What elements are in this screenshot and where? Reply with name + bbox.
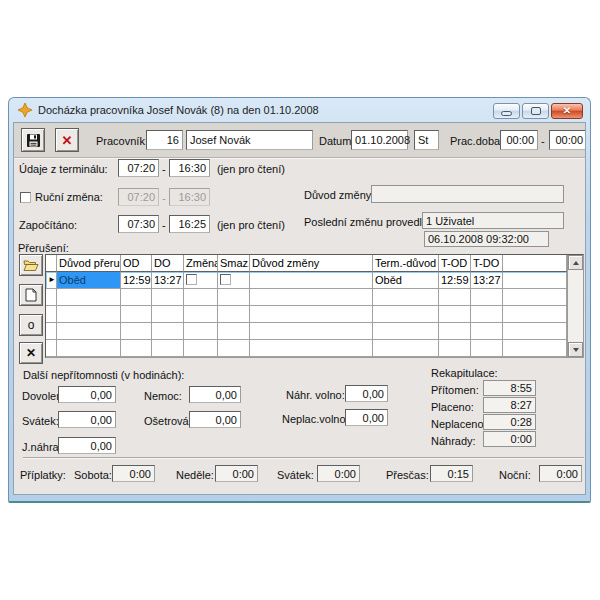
maximize-icon — [531, 107, 541, 115]
scroll-down-button[interactable] — [568, 342, 583, 357]
manual-change-label: Ruční změna: — [35, 191, 103, 203]
interruptions-table[interactable]: Důvod přeruše OD DO Změna Smaz. Důvod zm… — [45, 254, 584, 358]
sobota-field: 0:00 — [112, 465, 155, 482]
minimize-icon — [501, 111, 512, 116]
worktime-dash: - — [541, 135, 545, 147]
title-bar[interactable]: Docházka pracovníka Josef Novák (8) na d… — [9, 98, 590, 122]
date-field[interactable]: 01.10.2008 — [351, 130, 408, 150]
absences-title: Další nepřítomnosti (v hodinách): — [23, 369, 184, 381]
window-title: Docházka pracovníka Josef Novák (8) na d… — [38, 104, 319, 116]
cell-smaz[interactable] — [218, 272, 250, 289]
smaz-checkbox[interactable] — [220, 274, 231, 285]
header-od: OD — [121, 255, 152, 272]
nahr-volno-label: Náhr. volno: — [286, 389, 345, 401]
osetrovani-field[interactable]: 0,00 — [189, 411, 241, 428]
table-row-empty[interactable] — [46, 340, 567, 357]
worktime-from-field[interactable]: 00:00 — [500, 130, 538, 150]
cell-zmena[interactable] — [184, 272, 218, 289]
table-scrollbar[interactable] — [567, 255, 583, 357]
new-document-icon — [25, 288, 37, 302]
manual-to-field[interactable]: 16:30 — [169, 188, 210, 206]
cell-reason[interactable]: Oběd — [57, 272, 121, 289]
worker-label: Pracovník: — [96, 135, 148, 147]
new-record-button[interactable] — [19, 284, 43, 306]
nedele-label: Neděle: — [176, 469, 214, 481]
cell-t-do[interactable]: 13:27 — [471, 272, 503, 289]
header-do: DO — [152, 255, 184, 272]
header-extra — [503, 255, 567, 272]
scroll-up-icon — [573, 261, 579, 265]
terminal-readonly-note: (jen pro čtení) — [217, 163, 285, 175]
o-button[interactable]: o — [19, 314, 43, 336]
terminal-from-field[interactable]: 07:20 — [118, 159, 159, 177]
nahr-volno-field[interactable]: 0,00 — [345, 385, 388, 402]
cell-od[interactable]: 12:59 — [121, 272, 152, 289]
lastchange-user-field: 1 Uživatel — [422, 212, 564, 229]
prescas-label: Přesčas: — [386, 469, 429, 481]
recap-title: Rekapitulace: — [431, 367, 498, 379]
counted-readonly-note: (jen pro čtení) — [217, 219, 285, 231]
table-row[interactable]: ► Oběd 12:59 13:27 Oběd 12:59 13:27 — [46, 272, 567, 289]
lastchange-label: Poslední změnu provedl: — [304, 216, 425, 228]
manual-change-checkbox[interactable] — [20, 192, 31, 203]
neplaceno-field: 0:28 — [483, 414, 536, 430]
cell-duvod-zmeny[interactable] — [250, 272, 373, 289]
sobota-label: Sobota: — [74, 469, 112, 481]
weekday-field[interactable]: St — [414, 130, 439, 150]
nahrady-label: Náhrady: — [431, 435, 476, 447]
date-label: Datum: — [319, 135, 354, 147]
worktime-to-field[interactable]: 00:00 — [549, 130, 586, 150]
cell-t-od[interactable]: 12:59 — [439, 272, 471, 289]
nemoc-field[interactable]: 0,00 — [189, 386, 241, 403]
prescas-field: 0:15 — [430, 465, 473, 482]
worker-id-field[interactable]: 16 — [146, 130, 183, 150]
header-marker-column — [46, 255, 57, 272]
row-marker-icon: ► — [46, 272, 57, 289]
table-row-empty[interactable] — [46, 289, 567, 306]
open-folder-icon — [23, 259, 39, 272]
dialog-client-area: ✕ Pracovník: 16 Josef Novák Datum: 01.10… — [13, 122, 586, 495]
change-reason-field[interactable] — [371, 185, 564, 203]
app-icon — [18, 103, 32, 117]
interruptions-label: Přerušení: — [18, 242, 69, 254]
worktime-label: Prac.doba: — [450, 135, 503, 147]
counted-to-field[interactable]: 16:25 — [169, 215, 210, 233]
close-button[interactable]: ✕ — [551, 103, 583, 119]
change-reason-label: Důvod změny: — [304, 189, 374, 201]
pritomen-field: 8:55 — [483, 380, 536, 396]
table-row-empty[interactable] — [46, 323, 567, 340]
dovolena-field[interactable]: 0,00 — [58, 386, 116, 403]
save-button[interactable] — [21, 128, 45, 152]
neplac-volno-field[interactable]: 0,00 — [345, 409, 388, 426]
scroll-up-button[interactable] — [568, 255, 583, 270]
delete-record-button[interactable]: ✕ — [19, 342, 43, 364]
svatek-field[interactable]: 0,00 — [58, 411, 116, 428]
header-duvod-zmeny: Důvod změny — [250, 255, 373, 272]
table-row-empty[interactable] — [46, 357, 567, 358]
cell-term-duvod[interactable]: Oběd — [373, 272, 439, 289]
o-button-label: o — [28, 318, 35, 332]
neplac-volno-label: Neplac.volno: — [282, 413, 349, 425]
svatek-label: Svátek: — [22, 415, 59, 427]
close-icon: ✕ — [563, 104, 571, 118]
nocni-label: Noční: — [499, 469, 531, 481]
counted-label: Započítáno: — [19, 219, 77, 231]
terminal-to-field[interactable]: 16:30 — [169, 159, 210, 177]
header-term-duvod: Term.-důvod — [373, 255, 439, 272]
cell-extra[interactable] — [503, 272, 567, 289]
cell-do[interactable]: 13:27 — [152, 272, 184, 289]
manual-from-field[interactable]: 07:20 — [118, 188, 159, 206]
header-zmena: Změna — [184, 255, 218, 272]
red-cross-icon: ✕ — [62, 133, 73, 148]
worker-name-field[interactable]: Josef Novák — [186, 130, 313, 150]
zmena-checkbox[interactable] — [186, 274, 197, 285]
counted-from-field[interactable]: 07:30 — [118, 215, 159, 233]
terminal-dash: - — [162, 163, 166, 175]
minimize-button[interactable] — [493, 103, 520, 119]
jnahrada-field[interactable]: 0,00 — [58, 437, 116, 454]
table-row-empty[interactable] — [46, 306, 567, 323]
open-record-button[interactable] — [19, 254, 43, 276]
maximize-button[interactable] — [522, 103, 549, 119]
cancel-button[interactable]: ✕ — [55, 128, 79, 152]
neplaceno-label: Neplaceno: — [431, 418, 487, 430]
